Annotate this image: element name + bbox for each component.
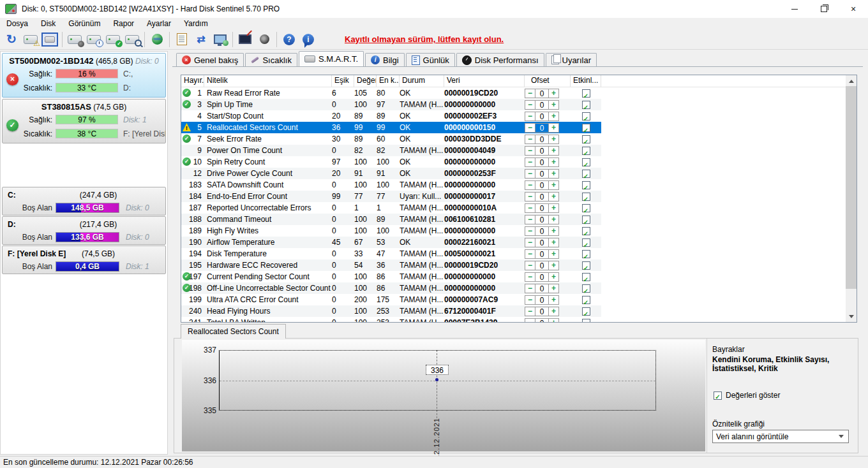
offset-decrease-button[interactable]: − [525,284,535,293]
offset-increase-button[interactable]: + [548,318,559,323]
offset-increase-button[interactable]: + [548,249,559,259]
offset-decrease-button[interactable]: − [525,100,535,110]
table-row[interactable]: 190 Airflow Temperature 45 67 53 OK 0000… [181,237,601,248]
enabled-checkbox[interactable] [582,216,590,224]
table-row[interactable]: 199 Ultra ATA CRC Error Count 0 200 175 … [181,294,601,305]
offset-increase-button[interactable]: + [548,192,559,201]
minimize-button[interactable] [780,0,809,18]
tab-sicaklik[interactable]: Sıcaklık [245,53,297,66]
tab-bilgi[interactable]: iBilgi [365,53,405,66]
disk-card-0[interactable]: ST500DM002-1BD142 (465,8 GB) Disk: 0 × S… [2,53,166,98]
disk-card-1[interactable]: ST380815AS (74,5 GB) ✓ Sağlık: 97 % Disk… [2,99,166,143]
offset-decrease-button[interactable]: − [525,249,535,259]
tab-genel-bakis[interactable]: ×Genel bakış [176,53,244,66]
tab-smart[interactable]: S.M.A.R.T. [299,51,364,66]
offset-increase-button[interactable]: + [548,215,559,224]
offset-increase-button[interactable]: + [548,123,559,133]
disk-search-button[interactable] [123,31,142,48]
disk-monitor-button[interactable] [40,31,59,48]
offset-decrease-button[interactable]: − [525,295,535,305]
header-etkinlik[interactable]: Etkinl... [571,75,601,87]
close-button[interactable]: × [839,0,868,18]
menu-dosya[interactable]: Dosya [0,18,34,29]
scroll-down-button[interactable] [846,311,857,322]
enabled-checkbox[interactable] [582,250,590,258]
disk-test-button[interactable]: ✓ [103,31,123,48]
info-button[interactable]: i [299,31,318,48]
table-row[interactable]: 195 Hardware ECC Recovered 0 54 36 TAMAM… [181,260,601,271]
header-veri[interactable]: Veri [444,75,525,87]
enabled-checkbox[interactable] [582,135,590,143]
sync-button[interactable]: ⇄ [191,31,211,48]
offset-decrease-button[interactable]: − [525,261,535,270]
offset-decrease-button[interactable]: − [525,157,535,167]
restore-button[interactable] [809,0,839,18]
header-ofset[interactable]: Ofset [525,75,571,87]
enabled-checkbox[interactable] [582,112,590,121]
enabled-checkbox[interactable] [582,296,590,304]
header-nitelik[interactable]: Nitelik [204,75,332,87]
enabled-checkbox[interactable] [582,227,590,235]
enabled-checkbox[interactable] [582,193,590,201]
table-row[interactable]: 241 Total LBA Written 0 100 253 TAMAM (H… [181,317,601,323]
tab-uyarilar[interactable]: Uyarılar [546,53,597,66]
offset-increase-button[interactable]: + [548,146,559,156]
offset-increase-button[interactable]: + [548,89,559,98]
table-row[interactable]: 240 Head Flying Hours 0 100 253 TAMAM (H… [181,305,601,317]
table-row[interactable]: 184 End-to-End Error Count 99 77 77 Uyar… [181,191,601,202]
menu-ayarlar[interactable]: Ayarlar [140,18,177,29]
disk-warning-button[interactable]: ⚠ [21,31,40,48]
enabled-checkbox[interactable] [582,307,590,316]
enabled-checkbox[interactable] [582,204,590,212]
enabled-checkbox[interactable] [582,273,590,281]
offset-decrease-button[interactable]: − [525,112,535,121]
enabled-checkbox[interactable] [582,261,590,270]
enabled-checkbox[interactable] [582,147,590,155]
offset-increase-button[interactable]: + [548,295,559,305]
offset-increase-button[interactable]: + [548,169,559,179]
table-row[interactable]: 189 High Fly Writes 0 100 100 TAMAM (H..… [181,225,601,237]
offset-decrease-button[interactable]: − [525,307,535,316]
offset-decrease-button[interactable]: − [525,89,535,98]
menu-disk[interactable]: Disk [34,18,62,29]
menu-gorunum[interactable]: Görünüm [62,18,107,29]
help-button[interactable]: ? [280,31,299,48]
attribute-graph-tab[interactable]: Reallocated Sectors Count [181,324,286,339]
offset-decrease-button[interactable]: − [525,146,535,156]
enabled-checkbox[interactable] [582,284,590,293]
sound-button[interactable] [255,31,274,48]
scrollbar-thumb[interactable] [846,86,857,289]
offset-decrease-button[interactable]: − [525,203,535,213]
enabled-checkbox[interactable] [582,89,590,98]
offset-decrease-button[interactable]: − [525,192,535,201]
table-row[interactable]: 197 Current Pending Sector Count 0 100 8… [181,271,601,282]
offset-increase-button[interactable]: + [548,226,559,236]
offset-increase-button[interactable]: + [548,100,559,110]
table-row[interactable]: 188 Command Timeout 0 100 89 TAMAM (H...… [181,214,601,225]
disk-clock-button[interactable] [84,31,103,48]
header-enk[interactable]: En k... [377,75,400,87]
table-row[interactable]: 198 Off-Line Uncorrectable Sector Count … [181,282,601,294]
table-row[interactable]: 194 Disk Temperature 0 33 47 TAMAM (H...… [181,248,601,260]
enabled-checkbox[interactable] [582,170,590,178]
desktop-pen-button[interactable] [236,31,255,48]
enabled-checkbox[interactable] [582,124,590,132]
refresh-button[interactable]: ↻ [2,31,21,48]
header-durum[interactable]: Durum [400,75,444,87]
menu-yardim[interactable]: Yardım [177,18,214,29]
tab-disk-performansi[interactable]: Disk Performansı [456,53,544,66]
offset-decrease-button[interactable]: − [525,135,535,144]
enabled-checkbox[interactable] [582,158,590,166]
table-row[interactable]: 187 Reported Uncorrectable Errors 0 1 1 … [181,202,601,214]
partition-card-f[interactable]: F: [Yerel Disk E] (74,5 GB) Boş Alan 0,4… [2,245,166,274]
offset-increase-button[interactable]: + [548,261,559,270]
offset-increase-button[interactable]: + [548,135,559,144]
table-row[interactable]: 4 Start/Stop Count 20 89 89 OK 000000002… [181,110,601,122]
partition-card-c[interactable]: C: (247,4 GB) Boş Alan 148,5 GB Disk: 0 [2,187,166,216]
register-link[interactable]: Kayıtlı olmayan sürüm, lütfen kayıt olun… [345,34,504,44]
report-button[interactable] [172,31,191,48]
offset-increase-button[interactable]: + [548,272,559,282]
table-row[interactable]: 3 Spin Up Time 0 100 97 TAMAM (H... 0000… [181,99,601,110]
header-deger[interactable]: Değer [354,75,377,87]
scroll-up-button[interactable] [846,75,857,86]
